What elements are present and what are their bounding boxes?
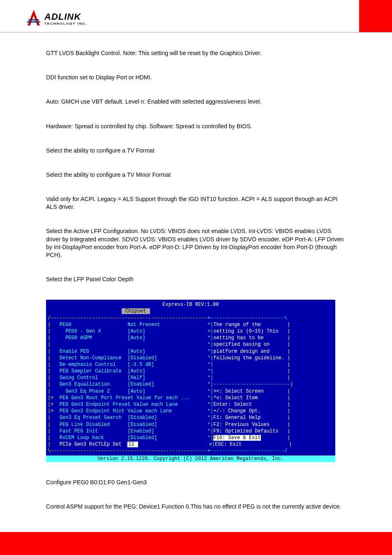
- paragraph: Configure PEG0 B0:D1:F0 Gen1-Gen3: [46, 479, 346, 486]
- paragraph: Select the Active LFP Configuration. No …: [46, 227, 346, 259]
- paragraph: Select the ability to configure a TV For…: [46, 147, 346, 155]
- header-divider: [0, 32, 392, 32]
- svg-rect-1: [27, 21, 40, 23]
- paragraph: Select the ability to configure a TV Min…: [46, 171, 346, 179]
- svg-marker-0: [28, 10, 40, 25]
- header-bar: ADLINK TECHNOLOGY INC.: [0, 0, 392, 38]
- brand: ADLINK TECHNOLOGY INC.: [26, 9, 88, 29]
- brand-tagline: TECHNOLOGY INC.: [44, 22, 88, 25]
- header-red-block: [359, 0, 392, 32]
- footer-red-bar: [0, 532, 392, 555]
- paragraph: Select the LFP Panel Color Depth: [46, 275, 346, 283]
- paragraph: Hardware: Spread is controlled by chip. …: [46, 123, 346, 130]
- page-content: GTT LVDS Backlight Control. Note: This s…: [0, 38, 392, 511]
- paragraph: GTT LVDS Backlight Control. Note: This s…: [46, 49, 346, 57]
- svg-rect-2: [28, 19, 39, 21]
- paragraph: Control ASPM support for the PEG: Device…: [46, 503, 346, 511]
- paragraph: DDI function set to Display Port or HDMI…: [46, 74, 346, 81]
- paragraph: Auto: GMCH use VBT default. Level n: Ena…: [46, 98, 346, 106]
- bios-screenshot: Express-IB REV:1.00 Chipset /-----------…: [46, 300, 335, 462]
- paragraph: Valid only for ACPI. Legacy = ALS Suppor…: [46, 195, 346, 211]
- brand-name: ADLINK: [44, 12, 88, 21]
- adlink-logo-icon: [26, 9, 41, 29]
